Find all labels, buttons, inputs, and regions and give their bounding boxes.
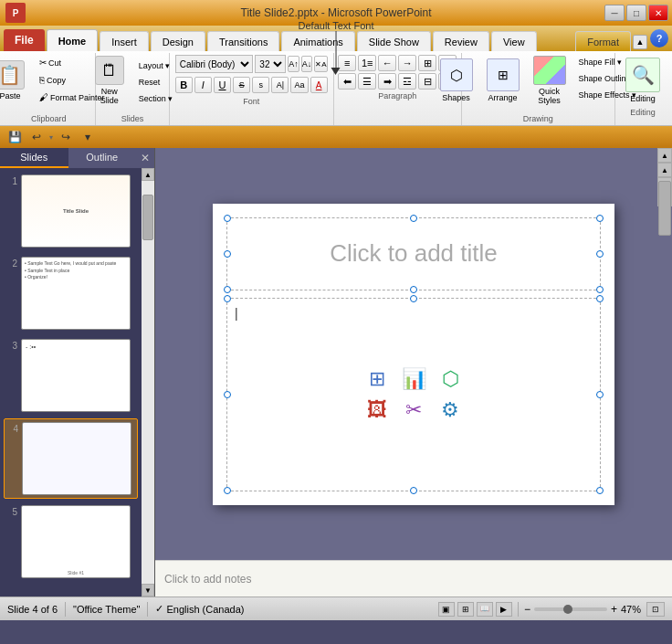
font-color-button[interactable]: A <box>310 77 328 93</box>
save-button[interactable]: 💾 <box>5 128 24 146</box>
font-size-select[interactable]: 32 <box>255 55 286 73</box>
quick-styles-button[interactable]: QuickStyles <box>528 55 572 106</box>
title-placeholder[interactable]: Click to add title <box>226 217 601 290</box>
handle-ml[interactable] <box>224 250 231 258</box>
help-button[interactable]: ? <box>650 29 668 48</box>
content-handle-ml[interactable] <box>224 391 231 398</box>
cut-icon: ✂ <box>39 58 47 68</box>
paste-button[interactable]: 📋 Paste <box>0 55 32 106</box>
chart-icon[interactable]: 📊 <box>397 365 430 393</box>
zoom-in-button[interactable]: + <box>611 603 617 616</box>
maximize-button[interactable]: □ <box>626 5 646 21</box>
table-icon[interactable]: ⊞ <box>361 365 394 393</box>
slide-sorter-button[interactable]: ⊞ <box>457 602 474 617</box>
align-center-button[interactable]: ☰ <box>358 73 376 90</box>
content-handle-tc[interactable] <box>410 295 417 302</box>
customize-qat-button[interactable]: ▾ <box>79 128 97 146</box>
normal-view-button[interactable]: ▣ <box>438 602 455 617</box>
scroll-up-button[interactable]: ▲ <box>142 168 154 181</box>
content-handle-bl[interactable] <box>224 487 231 494</box>
tab-animations[interactable]: Animations <box>281 31 354 51</box>
handle-tl[interactable] <box>224 215 231 222</box>
underline-button[interactable]: U <box>214 77 231 93</box>
zoom-slider[interactable] <box>534 607 607 611</box>
content-handle-bc[interactable] <box>410 487 417 494</box>
italic-button[interactable]: I <box>194 77 212 93</box>
reading-view-button[interactable]: 📖 <box>477 602 493 617</box>
align-left-button[interactable]: ⬅ <box>338 73 356 90</box>
decrease-font-button[interactable]: A↓ <box>301 56 313 72</box>
zoom-out-button[interactable]: − <box>524 603 530 616</box>
zoom-thumb[interactable] <box>563 605 572 614</box>
slide-show-button[interactable]: ▶ <box>496 602 512 617</box>
increase-indent-button[interactable]: → <box>398 55 416 71</box>
canvas-scroll-up[interactable]: ▲ <box>657 148 672 163</box>
slides-scrollbar[interactable]: ▲ ▼ <box>142 168 154 596</box>
clip-art-icon[interactable]: ✂ <box>397 396 430 424</box>
handle-br[interactable] <box>596 286 604 293</box>
handle-tc[interactable] <box>410 215 417 222</box>
scroll-down-button[interactable]: ▼ <box>142 584 154 596</box>
handle-mr[interactable] <box>596 250 604 258</box>
picture-icon[interactable]: 🖼 <box>361 396 394 424</box>
ribbon-collapse-button[interactable]: ▲ <box>633 35 647 49</box>
tab-slide-show[interactable]: Slide Show <box>357 31 431 51</box>
content-handle-mr[interactable] <box>596 391 604 398</box>
outline-tab[interactable]: Outline <box>68 148 137 168</box>
content-handle-br[interactable] <box>596 487 604 494</box>
find-button[interactable]: 🔍 Editing <box>619 55 667 106</box>
content-placeholder[interactable]: | ⊞ 📊 ⬡ 🖼 ✂ ⚙ <box>226 298 601 491</box>
slide-thumb-5[interactable]: 5 Slide #1 <box>4 502 138 581</box>
tab-view[interactable]: View <box>491 31 537 51</box>
clear-format-button[interactable]: ✕A <box>314 56 327 72</box>
handle-bc[interactable] <box>410 286 417 293</box>
content-handle-tr[interactable] <box>596 295 604 302</box>
tab-design[interactable]: Design <box>151 31 205 51</box>
slides-tab[interactable]: Slides <box>0 148 68 168</box>
canvas-scroll-thumb-v[interactable] <box>658 181 671 236</box>
undo-button[interactable]: ↩ <box>27 128 46 146</box>
strikethrough-button[interactable]: S <box>233 77 250 93</box>
change-case-button[interactable]: Aa <box>290 77 308 93</box>
tab-insert[interactable]: Insert <box>100 31 149 51</box>
decrease-indent-button[interactable]: ← <box>378 55 396 71</box>
language-status[interactable]: ✓ English (Canada) <box>155 603 244 615</box>
content-handle-tl[interactable] <box>224 295 231 302</box>
panel-close-button[interactable]: ✕ <box>136 148 154 168</box>
tab-format[interactable]: Format <box>575 31 631 51</box>
font-name-select[interactable]: Calibri (Body) <box>175 55 254 73</box>
tab-file[interactable]: File <box>4 29 45 51</box>
char-spacing-button[interactable]: A| <box>271 77 289 93</box>
shapes-button[interactable]: ⬡ Shapes <box>435 55 478 106</box>
new-slide-button[interactable]: 🗒 NewSlide <box>88 55 131 106</box>
tab-transitions[interactable]: Transitions <box>207 31 279 51</box>
media-icon[interactable]: ⚙ <box>434 396 467 424</box>
fit-slide-button[interactable]: ⊡ <box>646 602 665 617</box>
handle-tr[interactable] <box>596 215 604 222</box>
canvas-scroll-prev-slide[interactable]: ▲ <box>657 163 672 177</box>
increase-font-button[interactable]: A↑ <box>288 56 299 72</box>
tab-home[interactable]: Home <box>47 29 99 51</box>
shadow-button[interactable]: s <box>252 77 269 93</box>
slide-thumb-2[interactable]: 2 • Sample Text Go here, I would put and… <box>4 254 138 333</box>
close-button[interactable]: ✕ <box>648 5 668 21</box>
smartart-icon[interactable]: ⬡ <box>434 365 467 393</box>
customize-icon: ▾ <box>85 131 90 143</box>
bullets-button[interactable]: ≡ <box>338 55 356 71</box>
handle-bl[interactable] <box>224 286 231 293</box>
align-right-button[interactable]: ➡ <box>378 73 396 90</box>
slide-thumb-3[interactable]: 3 - :•• <box>4 336 138 415</box>
slide-canvas[interactable]: Click to add title | <box>213 204 614 505</box>
tab-review[interactable]: Review <box>433 31 489 51</box>
minimize-button[interactable]: ─ <box>604 5 625 21</box>
slide-thumb-4[interactable]: 4 <box>4 418 138 499</box>
redo-button[interactable]: ↪ <box>57 128 75 146</box>
undo-dropdown[interactable]: ▾ <box>49 133 53 142</box>
justify-button[interactable]: ☲ <box>398 73 416 90</box>
bold-button[interactable]: B <box>175 77 193 93</box>
numbering-button[interactable]: 1≡ <box>358 55 376 71</box>
scroll-thumb[interactable] <box>142 195 153 240</box>
notes-area[interactable]: Click to add notes <box>155 560 672 596</box>
slide-thumb-1[interactable]: 1 Title Slide <box>4 172 138 250</box>
arrange-button[interactable]: ⊞ Arrange <box>481 55 525 106</box>
